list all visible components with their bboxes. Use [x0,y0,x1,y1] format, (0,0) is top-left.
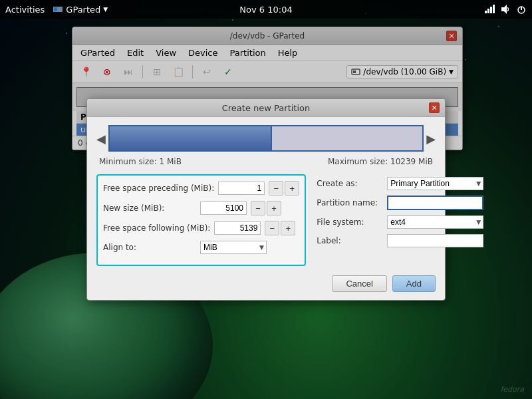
form-columns: Free space preceding (MiB): − + New size… [96,174,436,266]
preview-left-arrow[interactable]: ◀ [96,132,106,146]
free-preceding-label: Free space preceding (MiB): [103,184,214,193]
free-following-spinners: − + [265,221,295,235]
topbar: Activities GParted ▼ Nov 6 10:04 [0,0,532,19]
new-size-label: New size (MiB): [103,203,196,213]
align-select-wrapper: MiB Cylinder None [200,241,267,254]
activities-button[interactable]: Activities [5,5,45,15]
create-as-select-wrapper: Primary Partition Extended Partition [387,177,483,190]
dialog-body: ◀ ▶ Minimum size: 1 MiB Maximum size: 10… [87,117,445,300]
new-size-row: New size (MiB): − + [103,201,299,215]
align-select[interactable]: MiB Cylinder None [200,241,267,254]
file-system-select-wrapper: ext4 ext3 ext2 fat32 ntfs linux-swap [387,215,483,229]
new-size-input[interactable] [200,201,247,215]
align-row: Align to: MiB Cylinder None [103,241,299,254]
preview-container: ◀ ▶ [96,125,436,152]
free-following-label: Free space following (MiB): [103,223,210,233]
svg-rect-2 [58,7,62,11]
svg-rect-3 [485,11,487,13]
free-following-row: Free space following (MiB): − + [103,221,299,235]
free-preceding-increment[interactable]: + [285,181,299,196]
free-preceding-input[interactable] [218,182,265,195]
svg-marker-7 [501,5,507,14]
align-label: Align to: [103,243,196,252]
new-size-increment[interactable]: + [267,201,281,215]
network-icon [484,4,495,15]
preview-bar [108,125,424,152]
add-button[interactable]: Add [392,275,436,292]
form-right: Create as: Primary Partition Extended Pa… [314,174,486,266]
topbar-left: Activities GParted ▼ [5,4,108,15]
partition-name-label: Partition name: [317,198,383,207]
create-as-row: Create as: Primary Partition Extended Pa… [317,177,483,190]
topbar-app-name: GParted [66,5,100,15]
create-as-label: Create as: [317,179,383,188]
free-preceding-decrement[interactable]: − [269,181,283,196]
preview-allocated [110,126,273,150]
file-system-row: File system: ext4 ext3 ext2 fat32 ntfs l… [317,215,483,229]
form-left: Free space preceding (MiB): − + New size… [96,174,306,266]
create-as-select[interactable]: Primary Partition Extended Partition [387,177,483,190]
svg-rect-4 [487,9,489,13]
free-following-increment[interactable]: + [281,221,295,235]
app-menu[interactable]: GParted ▼ [53,4,108,15]
partition-name-row: Partition name: [317,196,483,210]
topbar-dropdown-icon: ▼ [103,6,108,13]
free-preceding-spinners: − + [269,181,299,196]
preview-free [272,126,422,150]
svg-rect-6 [493,5,495,13]
dialog-titlebar: Create new Partition ✕ [87,99,445,117]
free-preceding-row: Free space preceding (MiB): − + [103,181,299,196]
sound-icon [500,4,511,15]
max-size-label: Maximum size: 10239 MiB [328,157,433,166]
dialog-overlay: Create new Partition ✕ ◀ ▶ Minimum size:… [0,0,532,399]
desktop: fedora Activities GParted ▼ Nov 6 10:04 [0,0,532,399]
power-icon[interactable] [516,4,527,15]
cancel-button[interactable]: Cancel [332,275,386,292]
label-label: Label: [317,236,383,245]
new-size-decrement[interactable]: − [251,201,265,215]
size-info: Minimum size: 1 MiB Maximum size: 10239 … [96,157,436,166]
partition-name-input[interactable] [387,196,483,210]
label-row: Label: [317,234,483,247]
free-following-input[interactable] [214,221,261,235]
topbar-datetime: Nov 6 10:04 [239,5,292,15]
dialog-close-button[interactable]: ✕ [429,102,440,113]
dialog-title: Create new Partition [103,103,429,113]
file-system-select[interactable]: ext4 ext3 ext2 fat32 ntfs linux-swap [387,215,483,229]
create-dialog: Create new Partition ✕ ◀ ▶ Minimum size:… [86,98,446,301]
gparted-icon [53,4,63,15]
min-size-label: Minimum size: 1 MiB [99,157,182,166]
topbar-right [484,4,527,15]
svg-rect-1 [54,7,57,11]
file-system-label: File system: [317,217,383,227]
label-input[interactable] [387,234,483,247]
svg-rect-5 [490,7,492,13]
dialog-buttons: Cancel Add [96,275,436,292]
preview-right-arrow[interactable]: ▶ [426,132,436,146]
new-size-spinners: − + [251,201,281,215]
free-following-decrement[interactable]: − [265,221,279,235]
